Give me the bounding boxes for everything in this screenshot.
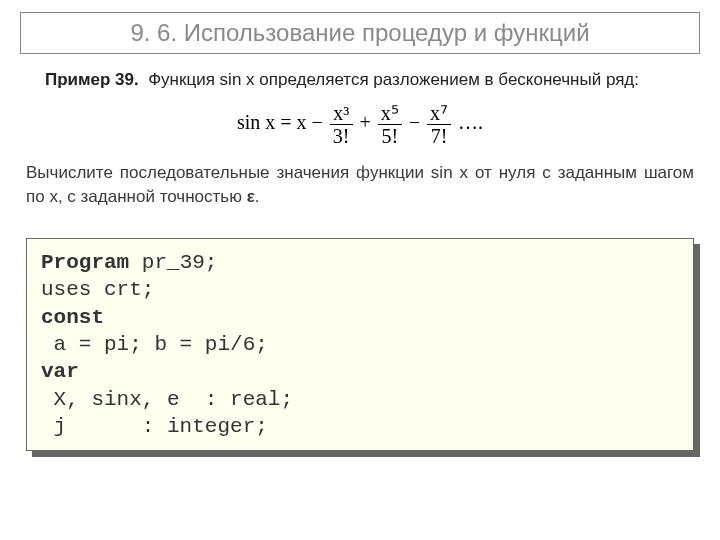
term-3-den: 7! bbox=[427, 125, 451, 147]
code-block: Program pr_39; uses crt; const a = pi; b… bbox=[26, 238, 694, 451]
sign-3: − bbox=[409, 111, 420, 133]
code-l4: a = pi; b = pi/6; bbox=[41, 333, 268, 356]
kw-program: Program bbox=[41, 251, 129, 274]
formula-tail: …. bbox=[458, 111, 483, 133]
formula-lhs: sin x bbox=[237, 111, 275, 133]
term-3-num: x⁷ bbox=[427, 102, 451, 125]
term-0: x bbox=[297, 111, 307, 133]
formula: sin x = x − x³3! + x⁵5! − x⁷7! …. bbox=[20, 102, 700, 147]
code-l2: uses crt; bbox=[41, 278, 154, 301]
task-paragraph: Вычислите последовательные значения функ… bbox=[26, 161, 694, 210]
code-box: Program pr_39; uses crt; const a = pi; b… bbox=[26, 238, 694, 451]
example-text: Функция sin x определяется разложением в… bbox=[148, 70, 639, 89]
section-title: 9. 6. Использование процедур и функций bbox=[31, 19, 689, 47]
kw-const: const bbox=[41, 306, 104, 329]
epsilon: ε bbox=[247, 187, 255, 206]
section-title-box: 9. 6. Использование процедур и функций bbox=[20, 12, 700, 54]
term-3: x⁷7! bbox=[427, 102, 451, 147]
task-tail: . bbox=[255, 187, 260, 206]
sign-1: − bbox=[312, 111, 323, 133]
example-paragraph: Пример 39. Функция sin x определяется ра… bbox=[26, 68, 694, 92]
code-l7: j : integer; bbox=[41, 415, 268, 438]
example-label: Пример 39. bbox=[45, 70, 139, 89]
code-l1b: pr_39; bbox=[129, 251, 217, 274]
sign-2: + bbox=[360, 111, 371, 133]
term-1-den: 3! bbox=[330, 125, 353, 147]
term-2: x⁵5! bbox=[378, 102, 402, 147]
kw-var: var bbox=[41, 360, 79, 383]
term-2-den: 5! bbox=[378, 125, 402, 147]
term-1-num: x³ bbox=[330, 102, 353, 125]
term-2-num: x⁵ bbox=[378, 102, 402, 125]
term-1: x³3! bbox=[330, 102, 353, 147]
code-l6: X, sinx, e : real; bbox=[41, 388, 293, 411]
task-text: Вычислите последовательные значения функ… bbox=[26, 163, 694, 207]
